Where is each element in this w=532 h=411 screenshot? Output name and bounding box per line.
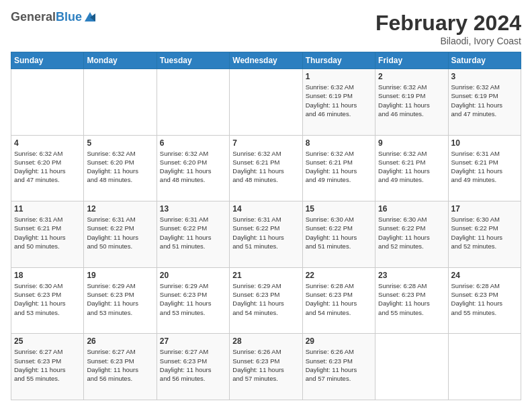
calendar-week-row: 11Sunrise: 6:31 AM Sunset: 6:21 PM Dayli… — [11, 201, 521, 268]
calendar-cell — [11, 69, 84, 136]
calendar-cell: 25Sunrise: 6:27 AM Sunset: 6:23 PM Dayli… — [11, 334, 84, 400]
day-info: Sunrise: 6:27 AM Sunset: 6:23 PM Dayligh… — [14, 347, 81, 383]
day-number: 11 — [14, 204, 81, 214]
calendar-cell: 18Sunrise: 6:30 AM Sunset: 6:23 PM Dayli… — [11, 267, 84, 334]
calendar-cell: 28Sunrise: 6:26 AM Sunset: 6:23 PM Dayli… — [230, 334, 302, 400]
calendar-cell: 26Sunrise: 6:27 AM Sunset: 6:23 PM Dayli… — [84, 334, 157, 400]
title-block: February 2024 Bilaodi, Ivory Coast — [375, 11, 521, 46]
day-number: 20 — [160, 271, 226, 280]
day-info: Sunrise: 6:30 AM Sunset: 6:22 PM Dayligh… — [378, 215, 445, 250]
logo-blue-text: Blue — [56, 10, 82, 24]
day-number: 5 — [87, 138, 153, 148]
weekday-header: Wednesday — [230, 52, 302, 69]
calendar-cell — [84, 69, 157, 136]
calendar-cell: 19Sunrise: 6:29 AM Sunset: 6:23 PM Dayli… — [84, 267, 157, 334]
day-number: 7 — [232, 138, 299, 148]
day-number: 4 — [14, 138, 81, 148]
day-number: 6 — [160, 138, 226, 148]
day-number: 15 — [306, 204, 372, 214]
day-info: Sunrise: 6:28 AM Sunset: 6:23 PM Dayligh… — [306, 281, 372, 317]
day-number: 9 — [378, 138, 445, 148]
day-number: 13 — [160, 204, 226, 214]
day-number: 16 — [378, 204, 445, 214]
day-number: 8 — [306, 138, 372, 148]
calendar-week-row: 25Sunrise: 6:27 AM Sunset: 6:23 PM Dayli… — [11, 334, 521, 400]
weekday-header: Saturday — [448, 52, 521, 69]
day-number: 18 — [14, 271, 81, 280]
day-number: 12 — [87, 204, 153, 214]
day-info: Sunrise: 6:28 AM Sunset: 6:23 PM Dayligh… — [451, 281, 518, 317]
day-info: Sunrise: 6:27 AM Sunset: 6:23 PM Dayligh… — [87, 347, 153, 383]
day-number: 2 — [378, 72, 445, 81]
calendar-cell — [230, 69, 302, 136]
calendar-cell: 21Sunrise: 6:29 AM Sunset: 6:23 PM Dayli… — [230, 267, 302, 334]
day-info: Sunrise: 6:28 AM Sunset: 6:23 PM Dayligh… — [378, 281, 445, 317]
calendar-cell: 6Sunrise: 6:32 AM Sunset: 6:20 PM Daylig… — [157, 135, 229, 201]
day-info: Sunrise: 6:31 AM Sunset: 6:21 PM Dayligh… — [451, 149, 518, 185]
logo: GeneralBlue — [11, 11, 97, 24]
month-title: February 2024 — [375, 11, 521, 36]
page: GeneralBlue February 2024 Bilaodi, Ivory… — [0, 0, 532, 411]
day-number: 17 — [451, 204, 518, 214]
day-info: Sunrise: 6:30 AM Sunset: 6:22 PM Dayligh… — [306, 215, 372, 250]
day-info: Sunrise: 6:31 AM Sunset: 6:22 PM Dayligh… — [87, 215, 153, 250]
header: GeneralBlue February 2024 Bilaodi, Ivory… — [11, 11, 521, 46]
day-info: Sunrise: 6:31 AM Sunset: 6:22 PM Dayligh… — [232, 215, 299, 250]
calendar-cell: 15Sunrise: 6:30 AM Sunset: 6:22 PM Dayli… — [302, 201, 375, 268]
calendar-cell: 12Sunrise: 6:31 AM Sunset: 6:22 PM Dayli… — [84, 201, 157, 268]
day-info: Sunrise: 6:32 AM Sunset: 6:21 PM Dayligh… — [306, 149, 372, 185]
day-info: Sunrise: 6:31 AM Sunset: 6:22 PM Dayligh… — [160, 215, 226, 250]
calendar-cell — [375, 334, 448, 400]
calendar-cell: 4Sunrise: 6:32 AM Sunset: 6:20 PM Daylig… — [11, 135, 84, 201]
weekday-header: Tuesday — [157, 52, 229, 69]
calendar-cell: 14Sunrise: 6:31 AM Sunset: 6:22 PM Dayli… — [230, 201, 302, 268]
day-info: Sunrise: 6:32 AM Sunset: 6:19 PM Dayligh… — [378, 83, 445, 118]
weekday-header: Monday — [84, 52, 157, 69]
calendar-table: SundayMondayTuesdayWednesdayThursdayFrid… — [11, 52, 521, 400]
day-number: 14 — [232, 204, 299, 214]
calendar-cell — [157, 69, 229, 136]
day-number: 24 — [451, 271, 518, 280]
day-info: Sunrise: 6:29 AM Sunset: 6:23 PM Dayligh… — [160, 281, 226, 317]
weekday-header: Sunday — [11, 52, 84, 69]
calendar-cell: 17Sunrise: 6:30 AM Sunset: 6:22 PM Dayli… — [448, 201, 521, 268]
calendar-header-row: SundayMondayTuesdayWednesdayThursdayFrid… — [11, 52, 521, 69]
day-number: 22 — [306, 271, 372, 280]
weekday-header: Thursday — [302, 52, 375, 69]
day-info: Sunrise: 6:31 AM Sunset: 6:21 PM Dayligh… — [14, 215, 81, 250]
calendar-week-row: 1Sunrise: 6:32 AM Sunset: 6:19 PM Daylig… — [11, 69, 521, 136]
calendar-cell: 23Sunrise: 6:28 AM Sunset: 6:23 PM Dayli… — [375, 267, 448, 334]
logo-general-text: General — [11, 10, 56, 24]
weekday-header: Friday — [375, 52, 448, 69]
day-info: Sunrise: 6:30 AM Sunset: 6:23 PM Dayligh… — [14, 281, 81, 317]
calendar-cell: 16Sunrise: 6:30 AM Sunset: 6:22 PM Dayli… — [375, 201, 448, 268]
day-number: 21 — [232, 271, 299, 280]
day-info: Sunrise: 6:32 AM Sunset: 6:20 PM Dayligh… — [87, 149, 153, 185]
day-number: 29 — [306, 336, 372, 346]
calendar-cell: 3Sunrise: 6:32 AM Sunset: 6:19 PM Daylig… — [448, 69, 521, 136]
calendar-cell: 5Sunrise: 6:32 AM Sunset: 6:20 PM Daylig… — [84, 135, 157, 201]
calendar-cell: 2Sunrise: 6:32 AM Sunset: 6:19 PM Daylig… — [375, 69, 448, 136]
day-info: Sunrise: 6:32 AM Sunset: 6:21 PM Dayligh… — [378, 149, 445, 185]
day-info: Sunrise: 6:26 AM Sunset: 6:23 PM Dayligh… — [306, 347, 372, 383]
calendar-cell: 29Sunrise: 6:26 AM Sunset: 6:23 PM Dayli… — [302, 334, 375, 400]
calendar-cell: 24Sunrise: 6:28 AM Sunset: 6:23 PM Dayli… — [448, 267, 521, 334]
logo-icon — [83, 11, 97, 24]
calendar-cell: 22Sunrise: 6:28 AM Sunset: 6:23 PM Dayli… — [302, 267, 375, 334]
day-info: Sunrise: 6:32 AM Sunset: 6:20 PM Dayligh… — [160, 149, 226, 185]
day-number: 25 — [14, 336, 81, 346]
day-number: 28 — [232, 336, 299, 346]
calendar-cell: 10Sunrise: 6:31 AM Sunset: 6:21 PM Dayli… — [448, 135, 521, 201]
day-number: 3 — [451, 72, 518, 81]
location: Bilaodi, Ivory Coast — [375, 36, 521, 46]
day-info: Sunrise: 6:26 AM Sunset: 6:23 PM Dayligh… — [232, 347, 299, 383]
day-info: Sunrise: 6:29 AM Sunset: 6:23 PM Dayligh… — [232, 281, 299, 317]
day-info: Sunrise: 6:32 AM Sunset: 6:19 PM Dayligh… — [306, 83, 372, 118]
calendar-cell: 20Sunrise: 6:29 AM Sunset: 6:23 PM Dayli… — [157, 267, 229, 334]
day-info: Sunrise: 6:32 AM Sunset: 6:20 PM Dayligh… — [14, 149, 81, 185]
day-number: 27 — [160, 336, 226, 346]
calendar-cell: 27Sunrise: 6:27 AM Sunset: 6:23 PM Dayli… — [157, 334, 229, 400]
day-info: Sunrise: 6:27 AM Sunset: 6:23 PM Dayligh… — [160, 347, 226, 383]
calendar-cell: 1Sunrise: 6:32 AM Sunset: 6:19 PM Daylig… — [302, 69, 375, 136]
day-number: 10 — [451, 138, 518, 148]
